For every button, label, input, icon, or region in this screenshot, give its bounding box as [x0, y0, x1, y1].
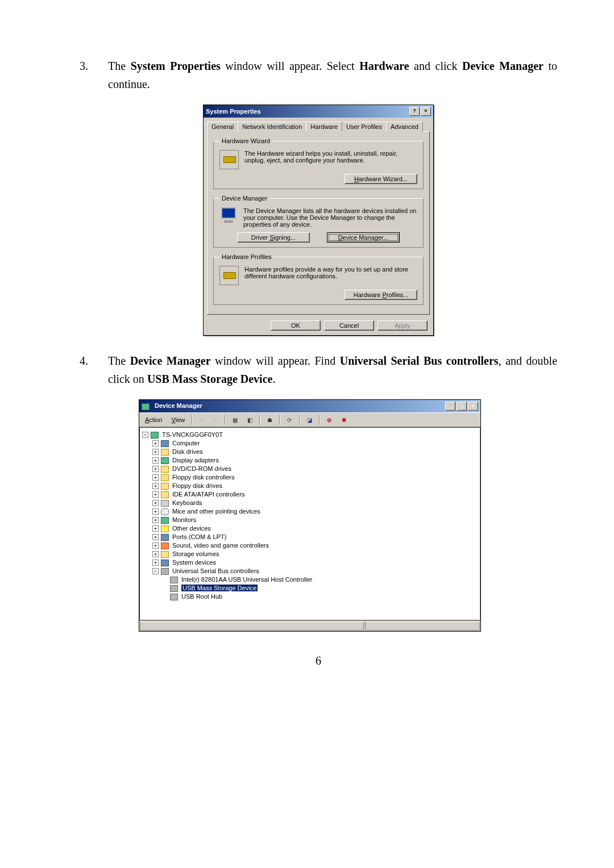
tab-hardware[interactable]: Hardware	[306, 122, 342, 132]
tree-node[interactable]: +Floppy disk drives	[142, 482, 478, 490]
close-button[interactable]: ×	[468, 402, 478, 411]
device-category-icon	[161, 473, 170, 481]
tree-node[interactable]: +DVD/CD-ROM drives	[142, 465, 478, 473]
toolbar: Action View ← → ▦ ◧ ☗ ⟳ ◪ ⊘ ✖	[139, 412, 480, 427]
tree-node[interactable]: +Other devices	[142, 524, 478, 532]
toolbar-icon[interactable]: ▦	[229, 414, 241, 425]
driver-signing-button[interactable]: Driver Signing...	[237, 232, 310, 243]
forward-icon[interactable]: →	[209, 414, 221, 425]
tree-node[interactable]: +Monitors	[142, 516, 478, 524]
statusbar	[139, 620, 480, 631]
menu-view[interactable]: View	[168, 415, 189, 424]
hardware-profiles-button[interactable]: Hardware Profiles...	[345, 290, 417, 300]
device-category-icon	[161, 448, 170, 456]
device-category-icon	[161, 507, 170, 515]
usb-icon	[170, 575, 179, 583]
status-cell	[365, 621, 480, 631]
node-label: Computer	[172, 440, 200, 446]
device-category-icon	[161, 499, 170, 507]
node-label: IDE ATA/ATAPI controllers	[172, 491, 245, 498]
tab-advanced[interactable]: Advanced	[386, 122, 423, 132]
hardware-profiles-icon	[219, 266, 239, 285]
device-manager-icon	[142, 402, 151, 410]
tree-node[interactable]: +Floppy disk controllers	[142, 473, 478, 481]
cancel-button[interactable]: Cancel	[324, 320, 374, 331]
bold-text: Device Manager	[462, 60, 544, 72]
step-3-text: The System Properties window will appear…	[108, 57, 557, 93]
tree-node[interactable]: +System devices	[142, 558, 478, 566]
device-tree[interactable]: − TS-VNCKGGGF0Y0T +Computer+Disk drives+…	[139, 427, 480, 620]
menu-action[interactable]: Action	[142, 415, 166, 424]
device-category-icon	[161, 465, 170, 473]
computer-icon	[151, 431, 160, 439]
text: The	[108, 60, 131, 72]
tree-node[interactable]: +Mice and other pointing devices	[142, 507, 478, 515]
device-category-icon	[161, 524, 170, 532]
tab-general[interactable]: General	[207, 122, 238, 132]
tree-node[interactable]: +Computer	[142, 439, 478, 447]
status-cell	[140, 621, 364, 631]
tree-root[interactable]: − TS-VNCKGGGF0Y0T	[142, 431, 478, 439]
step-3: 3. The System Properties window will app…	[80, 57, 557, 93]
node-label: Display adapters	[172, 457, 219, 464]
system-properties-dialog: System Properties ? × General Network Id…	[203, 105, 434, 336]
hardware-wizard-button[interactable]: Hardware Wizard...	[345, 174, 417, 184]
bold-text: Device Manager	[130, 354, 211, 367]
text: .	[272, 373, 275, 385]
tree-node[interactable]: +Sound, video and game controllers	[142, 541, 478, 549]
leaf-label: USB Mass Storage Device	[181, 585, 258, 591]
window-titlebar[interactable]: Device Manager _ □ ×	[139, 400, 480, 412]
leaf-label: Intel(r) 82801AA USB Universal Host Cont…	[181, 576, 312, 583]
legend: Device Manager	[219, 195, 269, 202]
tree-leaf[interactable]: Intel(r) 82801AA USB Universal Host Cont…	[142, 575, 478, 583]
group-device-manager: Device Manager auto The Device Manager l…	[213, 195, 424, 248]
tree-node[interactable]: +Keyboards	[142, 499, 478, 507]
text: window will appear. Select	[221, 60, 359, 72]
node-label: Keyboards	[172, 499, 202, 506]
tree-leaf[interactable]: USB Root Hub	[142, 592, 478, 600]
tree-node[interactable]: +Disk drives	[142, 448, 478, 456]
bold-text: USB Mass Storage Device	[147, 373, 273, 385]
tree-node[interactable]: +IDE ATA/ATAPI controllers	[142, 490, 478, 498]
dialog-titlebar[interactable]: System Properties ? ×	[204, 105, 433, 118]
step-number: 3.	[80, 57, 108, 93]
legend: Hardware Profiles	[219, 253, 273, 260]
help-button[interactable]: ?	[409, 107, 420, 116]
node-label: Other devices	[172, 525, 211, 532]
root-label: TS-VNCKGGGF0Y0T	[162, 431, 223, 438]
apply-button[interactable]: Apply	[377, 320, 428, 331]
tab-user-profiles[interactable]: User Profiles	[342, 122, 387, 132]
remove-icon[interactable]: ⊘	[323, 414, 335, 425]
device-category-icon	[161, 439, 170, 447]
tree-node[interactable]: +Display adapters	[142, 456, 478, 464]
title-text: Device Manager	[155, 402, 202, 409]
device-category-icon	[161, 558, 170, 566]
scan-icon[interactable]: ◪	[303, 414, 316, 425]
minimize-button[interactable]: _	[445, 402, 455, 411]
node-label: Monitors	[172, 516, 196, 523]
toolbar-icon[interactable]: ◧	[243, 414, 256, 425]
step-4: 4. The Device Manager window will appear…	[80, 352, 557, 388]
properties-icon[interactable]: ☗	[263, 414, 276, 425]
tab-network[interactable]: Network Identification	[238, 122, 306, 132]
close-button[interactable]: ×	[421, 107, 431, 116]
tree-node[interactable]: +Ports (COM & LPT)	[142, 533, 478, 541]
tree-leaf-selected[interactable]: USB Mass Storage Device	[142, 584, 478, 592]
tree-node[interactable]: +Storage volumes	[142, 550, 478, 558]
text: The	[108, 354, 130, 367]
node-label: Floppy disk controllers	[172, 474, 234, 481]
ok-button[interactable]: OK	[271, 320, 321, 331]
hw-wizard-desc: The Hardware wizard helps you install, u…	[244, 150, 417, 169]
device-category-icon	[161, 456, 170, 464]
page-number: 6	[80, 654, 557, 667]
tree-node-usb[interactable]: − Universal Serial Bus controllers	[142, 567, 478, 575]
node-label: Ports (COM & LPT)	[172, 533, 226, 540]
back-icon[interactable]: ←	[196, 414, 208, 425]
node-label: System devices	[172, 559, 216, 566]
delete-icon[interactable]: ✖	[338, 414, 350, 425]
maximize-button[interactable]: □	[457, 402, 467, 411]
refresh-icon[interactable]: ⟳	[283, 414, 296, 425]
device-manager-button[interactable]: Device Manager...	[327, 232, 400, 243]
node-label: Sound, video and game controllers	[172, 542, 269, 549]
usb-icon	[170, 592, 179, 600]
